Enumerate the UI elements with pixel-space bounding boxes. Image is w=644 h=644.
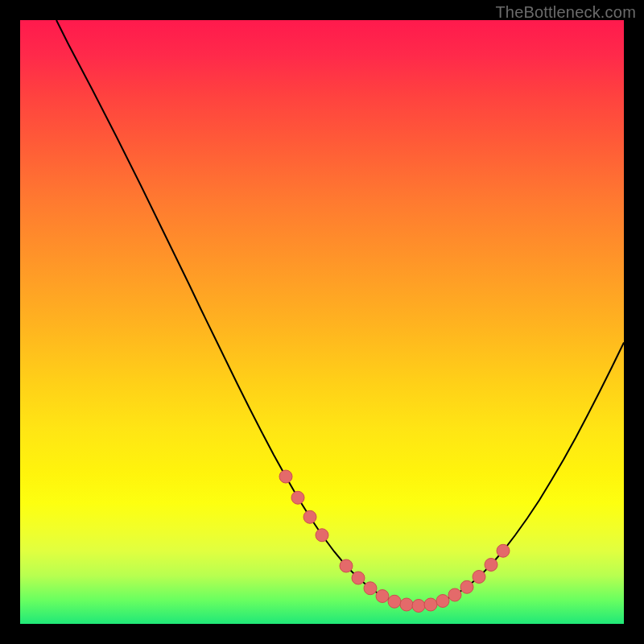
curve-marker (473, 571, 485, 584)
bottleneck-curve (56, 20, 624, 606)
curve-marker (364, 582, 377, 595)
curve-marker (424, 598, 437, 611)
curve-marker (279, 470, 292, 483)
curve-marker (340, 559, 353, 572)
curve-marker (303, 510, 316, 523)
curve-marker (460, 580, 473, 593)
curve-marker (436, 595, 449, 608)
curve-marker (316, 529, 328, 542)
curve-marker (412, 600, 425, 613)
watermark-text: TheBottleneck.com (495, 3, 636, 22)
plot-area (20, 20, 624, 624)
chart-frame: TheBottleneck.com (0, 0, 644, 644)
curve-marker (352, 572, 365, 584)
curve-layer (20, 20, 624, 624)
curve-marker (376, 590, 389, 603)
curve-marker (388, 595, 401, 608)
curve-marker (497, 544, 510, 557)
curve-markers (279, 470, 510, 613)
curve-marker (485, 559, 497, 572)
curve-marker (400, 598, 413, 611)
curve-marker (291, 491, 304, 504)
curve-marker (448, 588, 461, 601)
